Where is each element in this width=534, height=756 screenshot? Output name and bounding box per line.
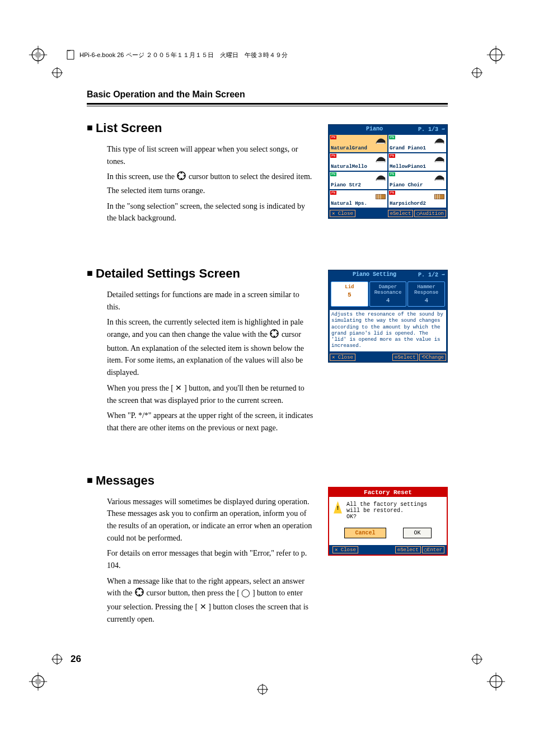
- reg-mark-icon: [51, 67, 63, 78]
- cursor-ring-icon: [176, 171, 186, 185]
- grand-icon: [434, 137, 445, 145]
- cursor-ring-icon: [269, 328, 279, 342]
- lcd-select-button[interactable]: ⊙Select: [395, 546, 421, 553]
- cursor-ring-icon: [134, 587, 144, 601]
- ok-button[interactable]: OK: [403, 528, 431, 538]
- setting-description: Adjusts the resonance of the sound by si…: [330, 310, 446, 351]
- cancel-button[interactable]: Cancel: [344, 528, 386, 538]
- grand-icon: [375, 156, 386, 163]
- lcd-change-button[interactable]: ⟲Change: [419, 354, 446, 361]
- reg-mark-icon: [486, 45, 506, 65]
- grand-icon: [375, 137, 386, 145]
- reg-mark-icon: [28, 672, 48, 692]
- tone-item[interactable]: PNGrand Piano1: [388, 135, 446, 152]
- reg-mark-icon: [51, 654, 63, 665]
- lcd-page-indicator: P. 1/2 ➡: [418, 271, 445, 278]
- body-text: This type of list screen will appear whe…: [107, 143, 314, 167]
- dialog-message: All the factory settings will be restore…: [346, 501, 442, 520]
- page-number: 26: [71, 654, 81, 665]
- body-text: When "P. */*" appears at the upper right…: [107, 410, 314, 434]
- heading-rule: [87, 103, 448, 106]
- book-icon: [66, 49, 76, 60]
- tone-item[interactable]: PNPiano Choir: [388, 172, 446, 189]
- breadcrumb: Basic Operation and the Main Screen: [87, 90, 448, 100]
- grand-str-icon: [375, 174, 386, 182]
- section-list-screen: List Screen This type of list screen wil…: [87, 121, 448, 227]
- section-detailed-settings: Detailed Settings Screen Detailed settin…: [87, 266, 448, 434]
- svg-rect-37: [435, 161, 443, 162]
- doc-header: HPi-6-e.book 26 ページ ２００５年１１月１５日 火曜日 午後３時…: [66, 49, 288, 60]
- svg-rect-38: [376, 180, 385, 181]
- body-text: In this screen, use the cursor button to…: [107, 171, 314, 196]
- svg-rect-39: [435, 180, 443, 181]
- setting-box[interactable]: Damper Resonance4: [369, 281, 407, 307]
- svg-point-10: [35, 679, 41, 685]
- tone-item[interactable]: PNMellowPiano1: [388, 153, 446, 171]
- lcd-title: Piano Setting: [331, 271, 418, 278]
- setting-box[interactable]: Lid5: [331, 281, 368, 307]
- tone-item[interactable]: PNNatural Hps.: [330, 190, 387, 208]
- figure-piano-list: Piano P. 1/3 ➡ PNNaturalGrandPNGrand Pia…: [328, 124, 448, 219]
- grand-str-icon: [434, 174, 445, 182]
- dialog-title: Factory Reset: [329, 488, 447, 497]
- section-heading: Messages: [87, 473, 448, 488]
- lcd-close-button[interactable]: ✕ Close: [330, 354, 355, 361]
- lcd-enter-button[interactable]: ◯Enter: [422, 546, 444, 553]
- body-text: For details on error messages that begin…: [107, 547, 314, 571]
- figure-factory-reset: Factory Reset All the factory settings w…: [328, 487, 448, 556]
- harpsi-icon: [434, 192, 445, 200]
- lcd-select-button[interactable]: ⊙Select: [388, 210, 414, 217]
- body-text: When you press the [ ✕ ] button, and you…: [107, 382, 314, 406]
- svg-point-3: [35, 52, 41, 58]
- lcd-close-button[interactable]: ✕ Close: [330, 210, 355, 217]
- tone-item[interactable]: PNHarpsichord2: [388, 190, 446, 208]
- setting-box[interactable]: Hammer Response4: [407, 281, 445, 307]
- lcd-select-button[interactable]: ⊙Select: [392, 354, 418, 361]
- figure-piano-setting: Piano Setting P. 1/2 ➡ Lid5Damper Resona…: [328, 270, 448, 363]
- lcd-close-button[interactable]: ✕ Close: [332, 546, 358, 553]
- reg-mark-icon: [471, 67, 483, 78]
- tone-item[interactable]: PNNaturalMello: [330, 153, 387, 171]
- svg-rect-35: [435, 143, 443, 144]
- body-text: When a message like that to the right ap…: [107, 575, 314, 626]
- reg-mark-icon: [257, 684, 268, 695]
- body-text: Various messages will sometimes be displ…: [107, 496, 314, 544]
- svg-rect-36: [376, 161, 385, 162]
- lcd-title: Piano: [331, 126, 418, 133]
- reg-mark-icon: [28, 45, 48, 65]
- svg-rect-34: [376, 143, 385, 144]
- warning-icon: [334, 501, 342, 514]
- reg-mark-icon: [471, 654, 483, 665]
- doc-header-text: HPi-6-e.book 26 ページ ２００５年１１月１５日 火曜日 午後３時…: [79, 51, 288, 59]
- lcd-page-indicator: P. 1/3 ➡: [418, 126, 445, 133]
- section-messages: Messages Various messages will sometimes…: [87, 473, 448, 626]
- body-text: In the "song selection" screen, the sele…: [107, 200, 314, 224]
- harpsi-icon: [375, 192, 386, 200]
- reg-mark-icon: [486, 672, 506, 692]
- tone-item[interactable]: PNNaturalGrand: [330, 135, 387, 152]
- body-text: Detailed settings for functions are made…: [107, 289, 314, 313]
- body-text: In this screen, the currently selected i…: [107, 316, 314, 378]
- tone-item[interactable]: PNPiano Str2: [330, 172, 387, 189]
- lcd-audition-button[interactable]: ◯Audition: [414, 210, 446, 217]
- grand-icon: [434, 156, 445, 163]
